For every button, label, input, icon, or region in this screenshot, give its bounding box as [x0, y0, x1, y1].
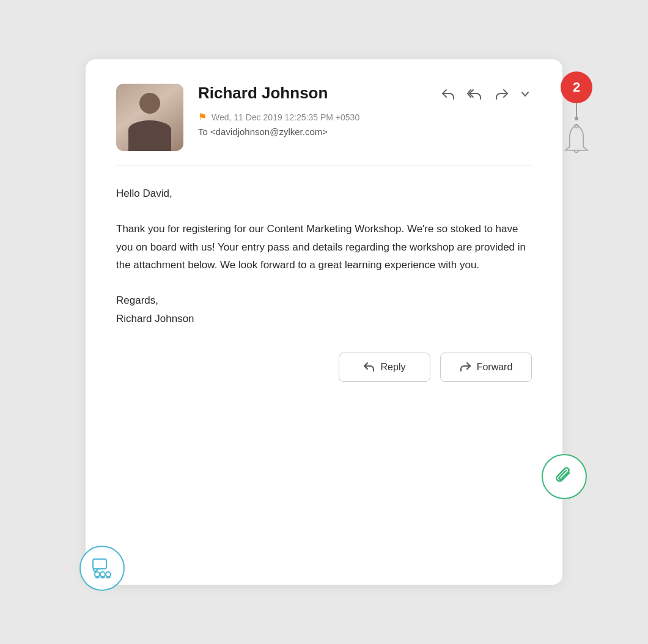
community-circle[interactable] — [79, 546, 125, 591]
flag-icon: ⚑ — [198, 111, 207, 123]
email-card: 2 — [86, 59, 562, 585]
more-options-button[interactable] — [518, 86, 532, 102]
bell-string — [576, 103, 577, 120]
header-divider — [116, 166, 532, 166]
svg-point-3 — [100, 572, 105, 577]
reply-all-button-header[interactable] — [465, 86, 485, 102]
sender-name: Richard Johnson — [198, 84, 328, 103]
email-greeting: Hello David, — [116, 185, 532, 203]
attachment-circle[interactable] — [542, 454, 587, 499]
email-body: Hello David, Thank you for registering f… — [116, 185, 532, 328]
community-icon — [90, 556, 114, 580]
email-paragraph: Thank you for registering for our Conten… — [116, 220, 532, 274]
svg-point-2 — [95, 572, 100, 577]
sender-info: Richard Johnson — [198, 84, 532, 137]
notification-bell-area: 2 — [560, 71, 593, 161]
reply-button[interactable]: Reply — [339, 353, 430, 382]
email-actions — [439, 86, 532, 102]
attachment-icon — [553, 466, 575, 488]
sender-avatar — [116, 84, 183, 151]
forward-button[interactable]: Forward — [440, 353, 532, 382]
svg-point-4 — [106, 572, 111, 577]
avatar-image — [116, 84, 183, 151]
email-date: ⚑ Wed, 11 Dec 2019 12:25:35 PM +0530 — [198, 111, 532, 123]
reply-button-header[interactable] — [439, 86, 457, 102]
bell-icon — [560, 122, 593, 158]
reply-arrow-icon — [364, 362, 375, 371]
email-to: To <davidjohnson@zylker.com> — [198, 126, 532, 137]
email-header: Richard Johnson — [116, 84, 532, 151]
header-top-row: Richard Johnson — [198, 84, 532, 108]
email-footer: Reply Forward — [116, 353, 532, 382]
forward-button-header[interactable] — [493, 86, 511, 102]
notification-badge: 2 — [561, 71, 592, 103]
forward-arrow-icon — [460, 362, 471, 371]
svg-rect-1 — [93, 559, 106, 569]
email-regards: Regards, Richard Johnson — [116, 291, 532, 328]
svg-point-0 — [575, 125, 578, 128]
bell-icon-wrap[interactable] — [560, 122, 593, 161]
